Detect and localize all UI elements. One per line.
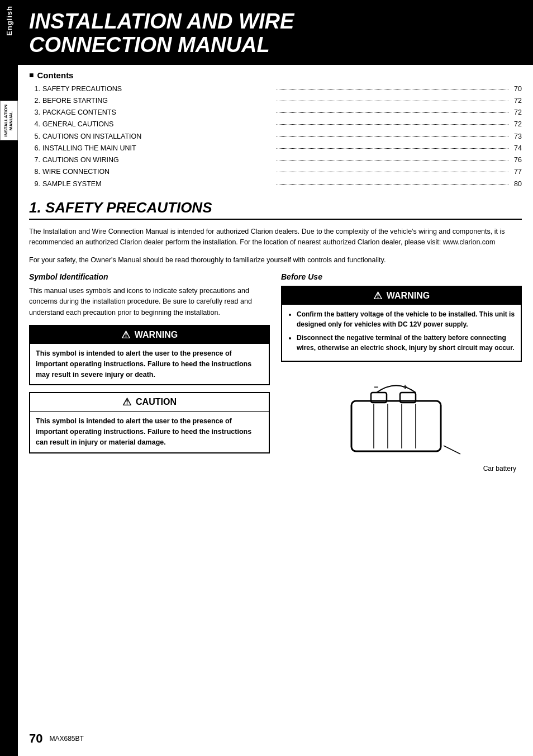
model-number: MAX685BT xyxy=(49,735,83,743)
warning-box-left: ⚠ WARNING This symbol is intended to ale… xyxy=(29,325,270,385)
warning-label-left: WARNING xyxy=(135,330,178,340)
before-use-title: Before Use xyxy=(281,272,522,281)
caution-label: CAUTION xyxy=(136,397,177,407)
warning-icon-right: ⚠ xyxy=(373,290,382,302)
intro-para-1: The Installation and Wire Connection Man… xyxy=(29,226,522,248)
warning-body-left: This symbol is intended to alert the use… xyxy=(30,344,269,384)
section-title: SAFETY PRECAUTIONS xyxy=(45,199,212,216)
intro-para-2: For your safety, the Owner's Manual shou… xyxy=(29,255,522,266)
list-item: 6. INSTALLING THE MAIN UNIT 74 xyxy=(29,143,522,154)
section-number: 1. xyxy=(29,199,41,216)
svg-rect-0 xyxy=(351,401,441,451)
warning-box-right: ⚠ WARNING Confirm the battery voltage of… xyxy=(281,286,522,362)
svg-line-9 xyxy=(444,446,460,454)
page-number: 70 xyxy=(29,731,42,746)
contents-section: Contents 1. SAFETY PRECAUTIONS 70 2. BEF… xyxy=(29,70,522,190)
symbol-id-title: Symbol Identification xyxy=(29,272,270,281)
list-item: 3. PACKAGE CONTENTS 72 xyxy=(29,107,522,119)
left-column: Symbol Identification This manual uses s… xyxy=(29,272,270,472)
svg-text:−: − xyxy=(374,382,378,391)
right-column: Before Use ⚠ WARNING Confirm the battery… xyxy=(281,272,522,472)
caution-header: ⚠ CAUTION xyxy=(30,393,269,412)
caution-icon: ⚠ xyxy=(122,396,131,408)
list-item: 5. CAUTIONS ON INSTALLATION 73 xyxy=(29,131,522,143)
sidebar-english-label: English xyxy=(5,6,13,36)
list-item: 8. WIRE CONNECTION 77 xyxy=(29,166,522,178)
contents-list: 1. SAFETY PRECAUTIONS 70 2. BEFORE START… xyxy=(29,83,522,190)
list-item: 9. SAMPLE SYSTEM 80 xyxy=(29,178,522,190)
warning-label-right: WARNING xyxy=(387,291,430,301)
symbol-id-body: This manual uses symbols and icons to in… xyxy=(29,286,270,318)
page-header: INSTALLATION AND WIRE CONNECTION MANUAL xyxy=(18,0,533,65)
page-footer: 70 MAX685BT xyxy=(18,731,533,746)
list-item: 1. SAFETY PRECAUTIONS 70 xyxy=(29,83,522,95)
warning-item-1: Confirm the battery voltage of the vehic… xyxy=(297,309,515,329)
caution-box: ⚠ CAUTION This symbol is intended to ale… xyxy=(29,392,270,453)
battery-illustration: − + Car battery xyxy=(281,373,522,472)
warning-header-left: ⚠ WARNING xyxy=(30,326,269,344)
list-item: 7. CAUTIONS ON WIRING 76 xyxy=(29,154,522,166)
two-column-layout: Symbol Identification This manual uses s… xyxy=(29,272,522,472)
main-content: INSTALLATION AND WIRE CONNECTION MANUAL … xyxy=(18,0,533,484)
page-title: INSTALLATION AND WIRE CONNECTION MANUAL xyxy=(29,10,522,57)
sidebar: English INSTALLATIONMANUAL xyxy=(0,0,18,756)
list-item: 2. BEFORE STARTING 72 xyxy=(29,95,522,107)
caution-body: This symbol is intended to alert the use… xyxy=(30,412,269,452)
sidebar-installation-label: INSTALLATIONMANUAL xyxy=(4,105,14,136)
battery-svg: − + xyxy=(340,373,463,462)
warning-item-2: Disconnect the negative terminal of the … xyxy=(297,333,515,353)
battery-label: Car battery xyxy=(483,465,516,472)
warning-icon-left: ⚠ xyxy=(121,329,130,341)
warning-header-right: ⚠ WARNING xyxy=(282,287,521,305)
section-1-heading: 1. SAFETY PRECAUTIONS xyxy=(29,199,522,220)
list-item: 4. GENERAL CAUTIONS 72 xyxy=(29,119,522,130)
contents-title: Contents xyxy=(29,70,522,80)
warning-body-right: Confirm the battery voltage of the vehic… xyxy=(282,305,521,361)
content-area: Contents 1. SAFETY PRECAUTIONS 70 2. BEF… xyxy=(18,65,533,484)
